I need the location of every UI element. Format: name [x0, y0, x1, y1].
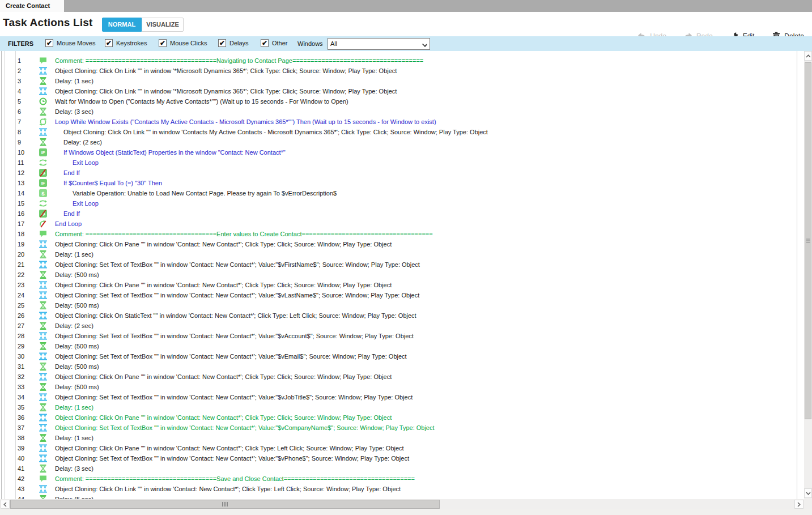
action-text: Object Cloning: Set Text of TextBox "" i… — [55, 353, 407, 360]
task-action-row[interactable]: 22Delay: (500 ms) — [0, 270, 804, 280]
filter-checkbox-label: Keystrokes — [116, 40, 147, 46]
tab-create-contact[interactable]: Create Contact — [0, 0, 64, 12]
vertical-scroll-thumb[interactable] — [805, 62, 811, 419]
task-action-row[interactable]: 11Exit Loop — [0, 158, 804, 168]
svg-text:IF: IF — [41, 181, 45, 186]
task-action-row[interactable]: 38Delay: (1 sec) — [0, 433, 804, 443]
row-number: 21 — [18, 261, 24, 268]
task-action-row[interactable]: 16End If — [0, 208, 804, 219]
chevron-up-icon — [806, 54, 811, 58]
task-action-row[interactable]: 15Exit Loop — [0, 198, 804, 208]
row-number: 16 — [18, 210, 24, 217]
task-action-row[interactable]: 4Object Cloning: Click On Link "" in win… — [0, 86, 804, 96]
task-action-row[interactable]: 23Object Cloning: Click On Pane "" in wi… — [0, 280, 804, 290]
row-number: 35 — [18, 404, 24, 411]
objclone-icon — [39, 332, 47, 340]
task-action-row[interactable]: 33Delay: (500 ms) — [0, 382, 804, 392]
task-action-row[interactable]: 21Object Cloning: Set Text of TextBox ""… — [0, 259, 804, 270]
action-text: Variable Operation: Unable to Load New C… — [73, 190, 337, 197]
action-text: Object Cloning: Click On Pane "" in wind… — [55, 373, 392, 380]
svg-text:IF: IF — [41, 150, 45, 155]
task-action-row[interactable]: 43Object Cloning: Click On Link "" in wi… — [0, 484, 804, 494]
task-action-row[interactable]: 18Comment: =============================… — [0, 229, 804, 239]
windows-dropdown[interactable]: All — [328, 38, 430, 50]
checkbox[interactable]: ✔ — [105, 39, 113, 47]
scroll-right-button[interactable] — [794, 500, 804, 509]
row-number: 13 — [18, 180, 24, 186]
action-text: Object Cloning: Set Text of TextBox "" i… — [55, 424, 435, 431]
task-action-row[interactable]: 44Delay: (5 sec) — [0, 494, 804, 499]
action-text: Object Cloning: Click On Link "" in wind… — [55, 486, 401, 492]
task-action-row[interactable]: 24Object Cloning: Set Text of TextBox ""… — [0, 290, 804, 300]
horizontal-scroll-thumb[interactable] — [10, 500, 440, 509]
task-action-row[interactable]: 20Delay: (1 sec) — [0, 249, 804, 259]
checkbox[interactable]: ✔ — [45, 39, 53, 47]
objclone-icon — [39, 128, 47, 136]
task-action-row[interactable]: 29Delay: (500 ms) — [0, 341, 804, 351]
window-bottom-strip — [0, 509, 812, 515]
checkbox[interactable]: ✔ — [159, 39, 167, 47]
endloop-icon — [39, 220, 47, 228]
task-action-row[interactable]: 36Object Cloning: Click On Pane "" in wi… — [0, 412, 804, 423]
task-action-row[interactable]: 28Object Cloning: Set Text of TextBox ""… — [0, 331, 804, 341]
task-actions-list: 1Comment: ==============================… — [0, 51, 804, 499]
task-action-row[interactable]: 31Delay: (500 ms) — [0, 361, 804, 372]
windows-dropdown-value: All — [330, 40, 337, 47]
task-action-row[interactable]: 9Delay: (2 sec) — [0, 137, 804, 147]
filter-item: ✔Other — [261, 39, 288, 47]
task-action-row[interactable]: 34Object Cloning: Set Text of TextBox ""… — [0, 392, 804, 402]
row-number: 14 — [18, 190, 24, 197]
horizontal-scrollbar[interactable] — [0, 499, 804, 509]
thumb-grip-icon — [806, 239, 810, 243]
task-action-row[interactable]: 19Object Cloning: Click On Pane "" in wi… — [0, 239, 804, 249]
visualize-mode-button[interactable]: VISUALIZE — [142, 18, 184, 32]
task-action-row[interactable]: 30Object Cloning: Set Text of TextBox ""… — [0, 351, 804, 361]
row-number: 20 — [18, 251, 24, 258]
task-action-row[interactable]: 13IFIf $Counter$ Equal To (=) "30" Then — [0, 178, 804, 188]
objclone-icon — [39, 373, 47, 381]
task-action-row[interactable]: 12End If — [0, 168, 804, 178]
scroll-up-button[interactable] — [804, 51, 812, 61]
row-number: 19 — [18, 241, 24, 248]
delay-icon — [39, 301, 47, 309]
objclone-icon — [39, 281, 47, 289]
task-action-row[interactable]: 6Delay: (3 sec) — [0, 107, 804, 117]
variable-icon: $ — [39, 189, 47, 197]
scroll-down-button[interactable] — [804, 488, 812, 498]
task-action-row[interactable]: 35Delay: (1 sec) — [0, 402, 804, 412]
action-text: Object Cloning: Set Text of TextBox "" i… — [55, 333, 414, 339]
task-action-row[interactable]: 7Loop While Window Exists ("Contacts My … — [0, 117, 804, 127]
task-action-row[interactable]: 40Object Cloning: Set Text of TextBox ""… — [0, 453, 804, 463]
delay-icon — [39, 77, 47, 85]
chevron-right-icon — [797, 502, 801, 507]
exitloop-icon — [39, 199, 47, 207]
row-number: 43 — [18, 486, 24, 492]
task-action-row[interactable]: 39Object Cloning: Click On Pane "" in wi… — [0, 443, 804, 453]
scroll-left-button[interactable] — [1, 500, 10, 509]
task-action-row[interactable]: 14$Variable Operation: Unable to Load Ne… — [0, 188, 804, 198]
task-action-row[interactable]: 32Object Cloning: Click On Pane "" in wi… — [0, 372, 804, 382]
task-action-row[interactable]: 8Object Cloning: Click On Link "" in win… — [0, 127, 804, 137]
task-action-row[interactable]: 42Comment: =============================… — [0, 474, 804, 484]
task-action-row[interactable]: 17End Loop — [0, 219, 804, 229]
action-text: Object Cloning: Click On Pane "" in wind… — [55, 241, 392, 248]
checkbox[interactable]: ✔ — [218, 39, 226, 47]
action-text: Comment: ===============================… — [55, 231, 433, 237]
task-action-row[interactable]: 2Object Cloning: Click On Link "" in win… — [0, 66, 804, 76]
task-action-row[interactable]: 41Delay: (3 sec) — [0, 463, 804, 474]
task-action-row[interactable]: 27Delay: (2 sec) — [0, 321, 804, 331]
task-action-row[interactable]: 1Comment: ==============================… — [0, 56, 804, 66]
checkbox[interactable]: ✔ — [261, 39, 269, 47]
task-action-row[interactable]: 37Object Cloning: Set Text of TextBox ""… — [0, 423, 804, 433]
vertical-scrollbar[interactable] — [804, 51, 812, 499]
task-action-row[interactable]: 3Delay: (1 sec) — [0, 76, 804, 86]
task-action-row[interactable]: 25Delay: (500 ms) — [0, 300, 804, 310]
task-action-row[interactable]: 26Object Cloning: Click On StaticText ""… — [0, 310, 804, 321]
exitloop-icon — [39, 159, 47, 167]
task-action-row[interactable]: 5Wait for Window to Open ("Contacts My A… — [0, 96, 804, 107]
normal-mode-button[interactable]: NORMAL — [102, 18, 142, 32]
action-text: Delay: (1 sec) — [55, 404, 93, 411]
task-action-row[interactable]: 10IFIf Windows Object (StaticText) Prope… — [0, 147, 804, 158]
row-number: 4 — [18, 88, 21, 95]
filter-item: ✔Mouse Moves — [45, 39, 95, 47]
